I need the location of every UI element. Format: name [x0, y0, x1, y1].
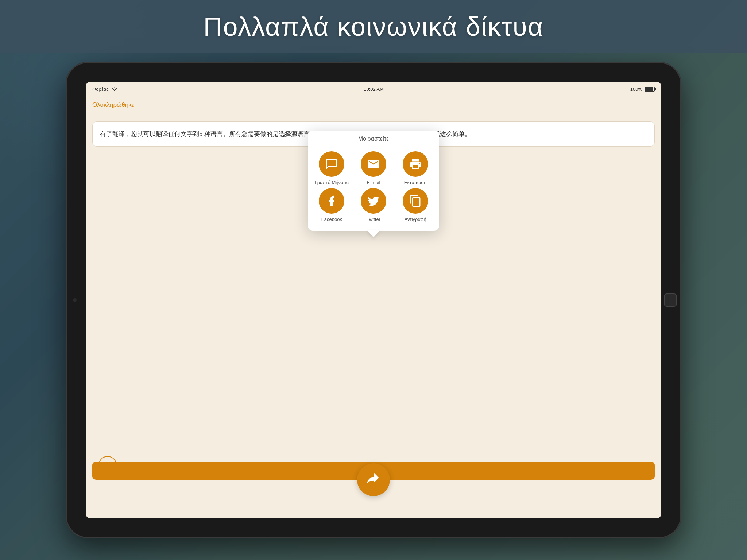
header-bar: Πολλαπλά κοινωνικά δίκτυα	[0, 0, 747, 53]
play-button[interactable]	[98, 456, 117, 474]
share-button-large[interactable]	[357, 463, 390, 496]
carrier-label: Φορέας	[92, 86, 109, 92]
facebook-icon	[325, 194, 338, 207]
message-icon	[325, 158, 338, 171]
share-circle-twitter	[361, 188, 386, 214]
share-label-copy: Αντιγραφή	[405, 217, 426, 222]
wifi-icon	[112, 86, 117, 92]
copy-icon	[409, 194, 422, 207]
play-icon	[105, 462, 111, 468]
share-item-email[interactable]: E-mail	[354, 151, 393, 185]
share-label-message: Γραπτό Μήνυμα	[314, 180, 349, 185]
share-icon	[365, 472, 382, 488]
status-left: Φορέας	[92, 86, 117, 92]
status-right: 100%	[630, 86, 655, 92]
twitter-icon	[367, 194, 380, 207]
home-button[interactable]	[664, 293, 677, 307]
battery-icon	[645, 87, 655, 92]
share-circle-facebook	[319, 188, 344, 214]
ipad-screen: Φορέας 10:02 AM 100% Ολοκληρώθηκε	[86, 82, 661, 518]
share-dialog: Μοιραστείτε Γραπτό Μήνυμα	[308, 131, 439, 231]
battery-label: 100%	[630, 86, 642, 92]
share-icons-grid: Γραπτό Μήνυμα E-mail	[308, 145, 439, 225]
status-time: 10:02 AM	[364, 86, 384, 92]
app-nav: Ολοκληρώθηκε	[86, 96, 661, 114]
share-label-email: E-mail	[367, 180, 380, 185]
share-label-facebook: Facebook	[321, 217, 342, 222]
battery-fill	[645, 87, 653, 91]
print-icon	[409, 158, 422, 171]
page-title: Πολλαπλά κοινωνικά δίκτυα	[203, 12, 543, 42]
share-item-twitter[interactable]: Twitter	[354, 188, 393, 222]
nav-title: Ολοκληρώθηκε	[92, 101, 134, 109]
ipad-frame: Φορέας 10:02 AM 100% Ολοκληρώθηκε	[66, 62, 681, 538]
share-label-twitter: Twitter	[367, 217, 380, 222]
share-item-facebook[interactable]: Facebook	[312, 188, 351, 222]
share-circle-print	[403, 151, 428, 177]
app-content: Ολοκληρώθηκε 有了翻译，您就可以翻译任何文字到5 种语言。所有您需要…	[86, 96, 661, 518]
share-dialog-title: Μοιραστείτε	[308, 131, 439, 145]
share-item-copy[interactable]: Αντιγραφή	[396, 188, 435, 222]
share-label-print: Εκτύπωση	[404, 180, 427, 185]
share-item-message[interactable]: Γραπτό Μήνυμα	[312, 151, 351, 185]
share-circle-message	[319, 151, 344, 177]
status-bar: Φορέας 10:02 AM 100%	[86, 82, 661, 96]
camera-dot	[73, 298, 77, 302]
share-item-print[interactable]: Εκτύπωση	[396, 151, 435, 185]
share-circle-email	[361, 151, 386, 177]
share-circle-copy	[403, 188, 428, 214]
email-icon	[367, 158, 380, 171]
